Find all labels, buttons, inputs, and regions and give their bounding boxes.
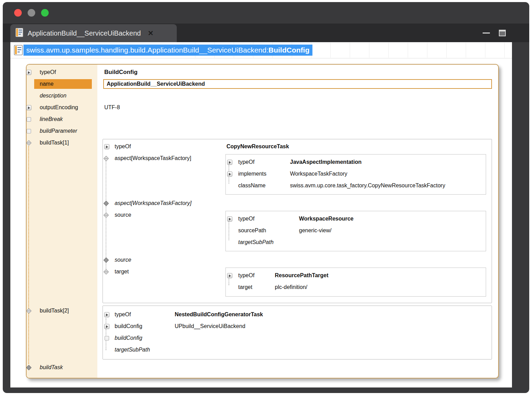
tree-item-label: buildParameter — [40, 128, 77, 134]
typeof-row: typeOf ResourcePathTarget — [226, 271, 486, 280]
breadcrumb-bar[interactable]: swiss.avm.up.samples.handling.build.Appl… — [10, 42, 512, 58]
diamond-icon[interactable] — [103, 200, 109, 206]
expand-toggle-icon[interactable] — [26, 105, 31, 110]
buildconfig-row: buildConfig UPbuild__ServiceUiBackend — [103, 321, 492, 331]
tree-item-label: name — [40, 81, 54, 87]
tree-item-label: typeOf — [40, 69, 56, 75]
property-label: sourcePath — [238, 227, 266, 234]
form-editor: typeOf name description outputEncoding l… — [10, 58, 512, 387]
typeof-row: typeOf NestedBuildConfigGeneratorTask — [103, 310, 492, 319]
type-value: CopyNewResourceTask — [226, 143, 289, 150]
name-input[interactable] — [103, 79, 492, 89]
restore-icon[interactable] — [499, 30, 506, 36]
tree-item-label: outputEncoding — [40, 104, 78, 111]
tab-close-icon[interactable]: ✕ — [148, 29, 154, 37]
property-label: source — [115, 257, 131, 263]
type-value: ResourcePathTarget — [275, 272, 328, 279]
checkbox-icon[interactable] — [105, 336, 109, 340]
breadcrumb-path: swiss.avm.up.samples.handling.build.Appl… — [26, 46, 269, 54]
breadcrumb-selection[interactable]: swiss.avm.up.samples.handling.build.Appl… — [23, 45, 312, 56]
buildconfig-file-icon — [15, 28, 23, 39]
expand-toggle-icon[interactable] — [104, 144, 109, 149]
implements-row: implements WorkspaceTaskFactory — [226, 169, 486, 179]
property-value: WorkspaceTaskFactory — [290, 171, 347, 177]
tree-connector-line — [28, 146, 29, 364]
window-titlebar[interactable] — [3, 2, 529, 24]
diamond-icon[interactable] — [103, 257, 109, 263]
property-value: generic-view/ — [299, 227, 331, 234]
checkbox-icon[interactable] — [27, 129, 31, 133]
classname-row: className swiss.avm.up.core.task_factory… — [226, 181, 486, 190]
target-detail-panel: typeOf ResourcePathTarget target plc-def… — [225, 268, 486, 297]
property-label: target — [238, 284, 252, 290]
property-label: buildConfig — [115, 335, 142, 341]
source-empty-row: source — [103, 255, 492, 265]
property-label: target — [115, 269, 129, 275]
aspect-detail-panel: typeOf JavaAspectImplementation implemen… — [225, 154, 486, 195]
minimize-icon[interactable] — [483, 32, 490, 34]
typeof-row: typeOf WorkspaceResource — [226, 214, 486, 224]
targetsubpath-row: targetSubPath — [226, 237, 486, 247]
editor-tab[interactable]: ApplicationBuild__ServiceUiBackend ✕ — [10, 24, 177, 42]
sidebar-item-buildtask-empty[interactable]: buildTask — [26, 363, 99, 372]
sidebar-item-description[interactable]: description — [26, 91, 99, 101]
target-path-row: target plc-definition/ — [226, 282, 486, 292]
editor-content-area: swiss.avm.up.samples.handling.build.Appl… — [10, 42, 512, 387]
breadcrumb-file-icon — [14, 45, 23, 57]
zoom-traffic-light[interactable] — [41, 9, 49, 17]
expand-toggle-icon[interactable] — [227, 273, 232, 278]
tab-strip: ApplicationBuild__ServiceUiBackend ✕ — [3, 24, 529, 42]
property-label: source — [115, 212, 131, 218]
typeof-row: typeOf JavaAspectImplementation — [226, 157, 486, 167]
buildtask2-panel: typeOf NestedBuildConfigGeneratorTask bu… — [103, 306, 492, 359]
tree-item-label: buildTask — [40, 364, 63, 371]
breadcrumb-type: BuildConfig — [269, 46, 310, 54]
property-label: aspect[WorkspaceTaskFactory] — [115, 200, 192, 206]
sidebar-item-linebreak[interactable]: lineBreak — [26, 114, 99, 124]
property-label: typeOf — [238, 216, 254, 222]
property-label: typeOf — [238, 159, 254, 165]
expand-toggle-icon[interactable] — [104, 312, 109, 317]
page-title: BuildConfig — [104, 67, 137, 77]
form-container: typeOf name description outputEncoding l… — [26, 64, 499, 378]
buildtask1-panel: typeOf CopyNewResourceTask aspect[Worksp… — [103, 139, 492, 303]
typeof-row: typeOf CopyNewResourceTask — [103, 142, 492, 151]
expand-toggle-icon[interactable] — [26, 70, 31, 75]
property-label: buildConfig — [115, 323, 142, 329]
property-label: implements — [238, 171, 267, 177]
property-label: typeOf — [115, 311, 131, 318]
expand-toggle-icon[interactable] — [227, 216, 232, 222]
sourcepath-row: sourcePath generic-view/ — [226, 226, 486, 235]
property-label: typeOf — [115, 143, 131, 150]
sidebar-item-buildtask1[interactable]: buildTask[1] — [26, 138, 99, 148]
sidebar-item-outputencoding[interactable]: outputEncoding — [26, 103, 99, 112]
diamond-toggle-icon[interactable] — [26, 308, 31, 314]
targetsubpath-row: targetSubPath — [103, 345, 492, 355]
aspect-empty-row: aspect[WorkspaceTaskFactory] — [103, 198, 492, 208]
diamond-toggle-icon[interactable] — [103, 212, 109, 218]
source-detail-panel: typeOf WorkspaceResource sourcePath gene… — [225, 211, 486, 251]
type-value: NestedBuildConfigGeneratorTask — [175, 311, 263, 318]
expand-toggle-icon[interactable] — [104, 324, 109, 329]
sidebar-item-buildparameter[interactable]: buildParameter — [26, 126, 99, 136]
close-traffic-light[interactable] — [14, 9, 22, 17]
property-label: typeOf — [238, 272, 254, 279]
diamond-toggle-icon[interactable] — [26, 140, 31, 146]
sidebar-item-name[interactable]: name — [26, 79, 99, 89]
tab-title: ApplicationBuild__ServiceUiBackend — [28, 29, 141, 37]
checkbox-icon[interactable] — [27, 117, 31, 122]
property-label: targetSubPath — [115, 347, 150, 353]
tree-item-label: lineBreak — [40, 116, 63, 122]
property-value: swiss.avm.up.core.task_factory.CopyNewRe… — [290, 183, 445, 189]
sidebar-item-buildtask2[interactable]: buildTask[2] — [26, 306, 99, 316]
sidebar-item-typeof[interactable]: typeOf — [26, 67, 99, 77]
minimize-traffic-light[interactable] — [28, 9, 35, 17]
expand-toggle-icon[interactable] — [227, 171, 232, 177]
output-encoding-value: UTF-8 — [104, 103, 120, 112]
tree-item-label: buildTask[2] — [40, 308, 69, 314]
diamond-icon[interactable] — [26, 365, 31, 370]
type-value: JavaAspectImplementation — [290, 159, 361, 165]
diamond-toggle-icon[interactable] — [103, 269, 109, 274]
diamond-toggle-icon[interactable] — [103, 156, 109, 161]
expand-toggle-icon[interactable] — [227, 160, 232, 165]
